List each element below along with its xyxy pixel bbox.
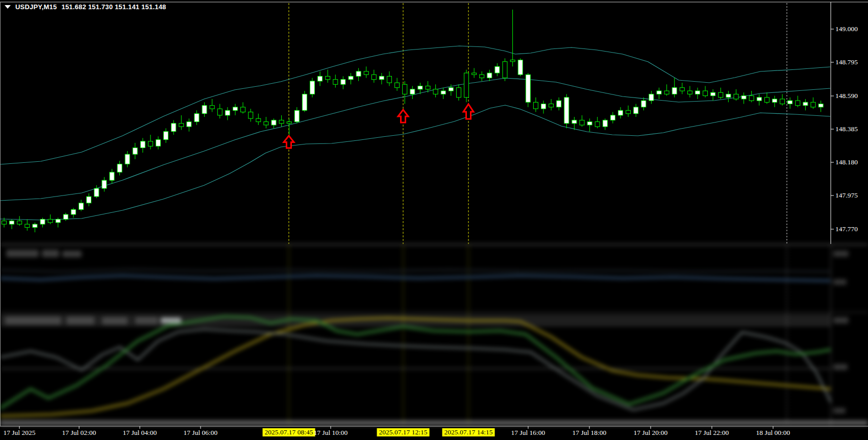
candle-body <box>773 99 777 102</box>
price-axis-label: 147.770 <box>835 225 858 233</box>
candle-body <box>326 76 330 79</box>
candle-body <box>125 154 130 164</box>
highlighted-signal-time-label[interactable]: 2025.07.17 14:15 <box>442 428 495 436</box>
candle-body <box>796 101 800 106</box>
candle-body <box>495 66 500 73</box>
candle-body <box>757 97 761 101</box>
candle-body <box>110 172 114 180</box>
candle-body <box>441 91 445 94</box>
candle-body <box>102 180 107 188</box>
candle-body <box>333 80 338 85</box>
blurred-axis-separator-band <box>0 421 868 425</box>
candle-body <box>225 110 230 115</box>
candle-body <box>680 88 684 91</box>
pane2-yellow-line <box>0 318 831 416</box>
candle-body <box>572 120 577 123</box>
pane1-gray-line <box>0 270 831 272</box>
highlighted-signal-time-label[interactable]: 2025.07.17 08:45 <box>263 428 315 436</box>
candle-body <box>271 120 276 125</box>
candle-body <box>194 114 199 122</box>
time-axis-label: 17 Jul 02:00 <box>62 429 96 437</box>
candle-body <box>503 62 507 78</box>
candle-body <box>711 92 715 95</box>
candle-body <box>33 224 37 227</box>
candle-body <box>164 132 168 140</box>
blurred-indicator-panes <box>0 244 868 426</box>
blurred-scale-value <box>833 317 849 324</box>
blurred-indicator-label <box>135 317 158 324</box>
time-axis-label: 17 Jul 18:00 <box>573 429 607 437</box>
candle-body <box>341 80 345 85</box>
candle-body <box>302 94 307 110</box>
candle-body <box>187 122 191 127</box>
candle-body <box>811 102 815 107</box>
candle-body <box>210 106 214 109</box>
candle-body <box>433 89 438 94</box>
candle-body <box>287 122 291 124</box>
candle-body <box>356 71 361 77</box>
time-axis-label: 17 Jul 20:00 <box>634 429 668 437</box>
highlighted-signal-time-label[interactable]: 2025.07.17 12:15 <box>377 428 430 436</box>
buy-signal-arrow-icon[interactable] <box>463 104 474 119</box>
time-axis-label: 17 Jul 2025 <box>3 429 35 437</box>
candle-body <box>403 84 407 94</box>
candle-body <box>249 112 253 118</box>
chart-window: USDJPY,M15 151.682 151.730 151.141 151.1… <box>0 0 868 440</box>
expand-triangle-icon[interactable] <box>5 5 11 9</box>
candle-body <box>233 107 238 110</box>
candle-body <box>618 110 623 115</box>
pane2-green-line <box>0 316 831 408</box>
blurred-scale-value <box>833 408 846 413</box>
candle-body <box>395 83 400 88</box>
blurred-indicator-label <box>5 316 61 325</box>
price-axis-label: 147.975 <box>835 191 858 200</box>
bollinger-middle-band <box>0 78 830 201</box>
bollinger-upper-band <box>0 46 830 164</box>
candle-body <box>87 197 91 203</box>
candle-body <box>526 75 530 102</box>
time-axis-label: 17 Jul 22:00 <box>695 429 729 437</box>
candle-body <box>518 60 523 75</box>
candle-body <box>418 86 423 89</box>
symbol-period-label: USDJPY,M15 <box>15 3 57 11</box>
blurred-indicator-value <box>161 317 181 324</box>
price-axis-label: 148.385 <box>835 125 858 133</box>
candle-body <box>626 110 631 113</box>
candle-body <box>117 164 122 172</box>
candle-body <box>764 97 769 103</box>
candle-body <box>580 120 584 125</box>
ohlc-quotes-label: 151.682 151.730 151.141 151.148 <box>61 3 166 11</box>
candle-body <box>749 96 754 101</box>
candle-body <box>726 94 731 97</box>
pane1-blue-line <box>0 276 831 281</box>
candle-body <box>672 88 677 94</box>
candle-body <box>464 73 469 97</box>
candle-body <box>634 107 638 114</box>
price-axis-label: 148.590 <box>835 92 858 100</box>
candle-body <box>741 96 746 99</box>
candle-body <box>279 120 284 123</box>
price-axis-label: 149.000 <box>835 25 858 33</box>
candle-body <box>48 219 53 223</box>
candle-body <box>819 104 823 107</box>
candle-body <box>472 73 477 75</box>
candlestick-series <box>2 10 824 232</box>
buy-signal-arrow-icon[interactable] <box>398 110 408 123</box>
blurred-indicator-label <box>66 316 94 325</box>
candle-body <box>587 122 592 125</box>
candle-body <box>687 91 692 94</box>
blurred-indicator-label <box>102 317 128 325</box>
candle-body <box>595 122 600 127</box>
candle-body <box>788 101 792 104</box>
time-axis-label: 17 Jul 06:00 <box>184 429 218 437</box>
candle-body <box>140 141 145 148</box>
candle-body <box>2 221 7 224</box>
candle-body <box>557 101 561 107</box>
candle-body <box>241 107 245 112</box>
candle-body <box>94 188 99 197</box>
time-axis-label: 17 Jul 04:00 <box>123 429 157 437</box>
time-axis-label: 18 Jul 00:00 <box>756 429 790 437</box>
candle-body <box>202 106 207 114</box>
candle-body <box>703 91 708 96</box>
candle-body <box>256 118 261 121</box>
